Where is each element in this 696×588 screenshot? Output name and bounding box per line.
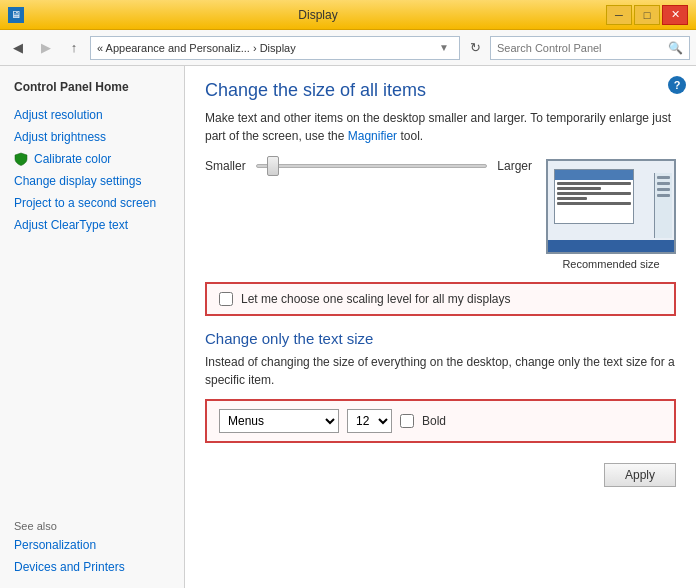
subsection-title: Change only the text size <box>205 330 676 347</box>
preview-line-1 <box>557 182 631 185</box>
scaling-checkbox-section: Let me choose one scaling level for all … <box>205 282 676 316</box>
preview-sidebar-lines <box>654 173 672 238</box>
preview-image <box>546 159 676 254</box>
slider-larger-label: Larger <box>497 159 532 173</box>
close-button[interactable]: ✕ <box>662 5 688 25</box>
app-icon: 🖥 <box>11 9 21 20</box>
preview-screen <box>548 161 674 252</box>
preview-window <box>554 169 634 224</box>
bold-label: Bold <box>422 414 446 428</box>
sidebar-see-also: See also <box>0 514 184 534</box>
scaling-checkbox[interactable] <box>219 292 233 306</box>
main-title: Change the size of all items <box>205 80 676 101</box>
search-input[interactable] <box>497 42 668 54</box>
preview-sidebar-line-3 <box>657 188 670 191</box>
preview-window-content <box>555 180 633 209</box>
sidebar-item-devices-printers[interactable]: Devices and Printers <box>0 556 184 578</box>
apply-button[interactable]: Apply <box>604 463 676 487</box>
sidebar-item-adjust-resolution[interactable]: Adjust resolution <box>0 104 184 126</box>
preview-line-3 <box>557 192 631 195</box>
main-layout: Control Panel Home Adjust resolution Adj… <box>0 66 696 588</box>
search-box[interactable]: 🔍 <box>490 36 690 60</box>
sidebar-item-cleartype[interactable]: Adjust ClearType text <box>0 214 184 236</box>
preview-taskbar <box>548 240 674 252</box>
subsection-desc: Instead of changing the size of everythi… <box>205 353 676 389</box>
preview-sidebar-line-2 <box>657 182 670 185</box>
sidebar-item-calibrate-color[interactable]: Calibrate color <box>0 148 184 170</box>
titlebar: 🖥 Display ─ □ ✕ <box>0 0 696 30</box>
titlebar-icon: 🖥 <box>8 7 24 23</box>
text-size-controls: Menus Title Bars Message Boxes Palette T… <box>205 399 676 443</box>
help-icon[interactable]: ? <box>668 76 686 94</box>
minimize-button[interactable]: ─ <box>606 5 632 25</box>
slider-column: Smaller Larger <box>205 159 532 189</box>
scaling-checkbox-label: Let me choose one scaling level for all … <box>241 292 510 306</box>
main-description: Make text and other items on the desktop… <box>205 109 676 145</box>
titlebar-title: Display <box>30 8 606 22</box>
button-area: Apply <box>205 463 676 487</box>
sidebar: Control Panel Home Adjust resolution Adj… <box>0 66 185 588</box>
address-path: « Appearance and Personaliz... › Display <box>97 42 435 54</box>
sidebar-item-adjust-brightness[interactable]: Adjust brightness <box>0 126 184 148</box>
sidebar-item-change-display[interactable]: Change display settings <box>0 170 184 192</box>
slider-smaller-label: Smaller <box>205 159 246 173</box>
bold-checkbox[interactable] <box>400 414 414 428</box>
preview-line-4 <box>557 197 587 200</box>
desc-after: tool. <box>397 129 423 143</box>
up-button[interactable]: ↑ <box>62 36 86 60</box>
slider-area: Smaller Larger <box>205 159 532 173</box>
font-size-dropdown[interactable]: 6 8 9 10 11 12 14 <box>347 409 392 433</box>
slider-preview-row: Smaller Larger <box>205 159 676 270</box>
preview-window-titlebar <box>555 170 633 180</box>
sidebar-item-project[interactable]: Project to a second screen <box>0 192 184 214</box>
address-bar-box[interactable]: « Appearance and Personaliz... › Display… <box>90 36 460 60</box>
addressbar: ◀ ▶ ↑ « Appearance and Personaliz... › D… <box>0 30 696 66</box>
content-area: ? Change the size of all items Make text… <box>185 66 696 588</box>
sidebar-home-link[interactable]: Control Panel Home <box>0 76 184 98</box>
sidebar-item-calibrate-label: Calibrate color <box>34 152 111 166</box>
item-type-dropdown[interactable]: Menus Title Bars Message Boxes Palette T… <box>219 409 339 433</box>
refresh-button[interactable]: ↻ <box>464 37 486 59</box>
back-button[interactable]: ◀ <box>6 36 30 60</box>
address-arrow-icon: ▼ <box>435 42 453 53</box>
magnifier-link[interactable]: Magnifier <box>348 129 397 143</box>
shield-icon <box>14 152 28 166</box>
slider-thumb[interactable] <box>267 156 279 176</box>
search-icon[interactable]: 🔍 <box>668 41 683 55</box>
preview-line-5 <box>557 202 631 205</box>
preview-caption: Recommended size <box>546 258 676 270</box>
forward-button[interactable]: ▶ <box>34 36 58 60</box>
slider-track[interactable] <box>256 164 488 168</box>
maximize-button[interactable]: □ <box>634 5 660 25</box>
titlebar-controls: ─ □ ✕ <box>606 5 688 25</box>
desc-before: Make text and other items on the desktop… <box>205 111 671 143</box>
sidebar-item-personalization[interactable]: Personalization <box>0 534 184 556</box>
preview-container: Recommended size <box>546 159 676 270</box>
preview-line-2 <box>557 187 601 190</box>
preview-sidebar-line-4 <box>657 194 670 197</box>
preview-sidebar-line-1 <box>657 176 670 179</box>
